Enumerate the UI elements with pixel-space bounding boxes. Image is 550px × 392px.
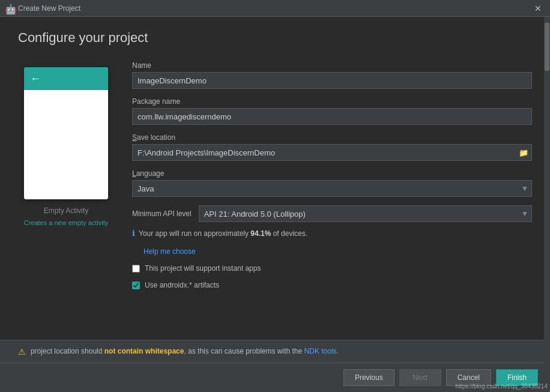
info-row: ℹ Your app will run on approximately 94.… — [132, 228, 532, 239]
activity-label: Empty Activity — [44, 207, 89, 215]
dialog: Configure your project ← Empty Activity … — [0, 17, 550, 392]
next-button[interactable]: Next — [399, 369, 441, 386]
save-location-input[interactable] — [132, 144, 532, 161]
page-title: Configure your project — [18, 30, 532, 46]
api-level-select[interactable]: API 21: Android 5.0 (Lollipop) API 22: A… — [199, 205, 532, 222]
language-group: Language Java Kotlin ▼ — [132, 169, 532, 197]
app-icon: 🤖 — [5, 4, 14, 13]
instant-apps-checkbox-row: This project will support instant apps — [132, 264, 532, 273]
form-panel: Name Package name Save location 📁 — [132, 61, 532, 340]
info-icon: ℹ — [132, 229, 135, 238]
phone-content — [24, 90, 108, 199]
title-bar: 🤖 Create New Project ✕ — [0, 0, 550, 17]
name-label: Name — [132, 61, 532, 70]
activity-description: Creates a new empty activity — [24, 219, 109, 228]
warning-text: project location should not contain whit… — [31, 346, 339, 357]
package-input[interactable] — [132, 108, 532, 125]
help-link[interactable]: Help me choose — [144, 247, 532, 256]
warning-bar: ⚠ project location should not contain wh… — [0, 340, 550, 363]
phone-preview: ← — [24, 67, 108, 199]
name-input[interactable] — [132, 72, 532, 89]
language-select-wrapper: Java Kotlin ▼ — [132, 180, 532, 197]
folder-icon[interactable]: 📁 — [519, 148, 528, 157]
api-level-row: Minimum API level API 21: Android 5.0 (L… — [132, 205, 532, 222]
instant-apps-checkbox[interactable] — [132, 265, 140, 273]
androidx-checkbox-row: Use androidx.* artifacts — [132, 281, 532, 289]
package-label: Package name — [132, 97, 532, 106]
api-level-label: Minimum API level — [132, 210, 192, 218]
androidx-checkbox[interactable] — [132, 282, 140, 289]
dialog-content: ← Empty Activity Creates a new empty act… — [0, 55, 550, 340]
close-button[interactable]: ✕ — [531, 3, 545, 14]
preview-panel: ← Empty Activity Creates a new empty act… — [18, 61, 114, 340]
save-location-label: Save location — [132, 133, 532, 142]
scrollbar-track — [544, 17, 550, 392]
info-text: Your app will run on approximately 94.1%… — [139, 228, 307, 239]
title-bar-left: 🤖 Create New Project — [5, 4, 80, 13]
save-location-input-wrapper: 📁 — [132, 144, 532, 161]
warning-icon: ⚠ — [18, 347, 26, 357]
scrollbar-thumb[interactable] — [545, 23, 549, 71]
package-group: Package name — [132, 97, 532, 125]
watermark: https://blog.csdn.net/qq_38436214 — [456, 383, 548, 390]
name-group: Name — [132, 61, 532, 89]
phone-top-bar: ← — [24, 67, 108, 90]
dialog-title: Create New Project — [18, 4, 80, 13]
back-arrow-icon: ← — [30, 73, 41, 85]
language-select[interactable]: Java Kotlin — [132, 180, 532, 197]
api-select-wrapper: API 21: Android 5.0 (Lollipop) API 22: A… — [199, 205, 532, 222]
save-location-group: Save location 📁 — [132, 133, 532, 161]
androidx-label: Use androidx.* artifacts — [145, 281, 219, 289]
instant-apps-label: This project will support instant apps — [145, 264, 261, 273]
previous-button[interactable]: Previous — [343, 369, 394, 386]
language-label: Language — [132, 169, 532, 178]
dialog-header: Configure your project — [0, 17, 550, 55]
